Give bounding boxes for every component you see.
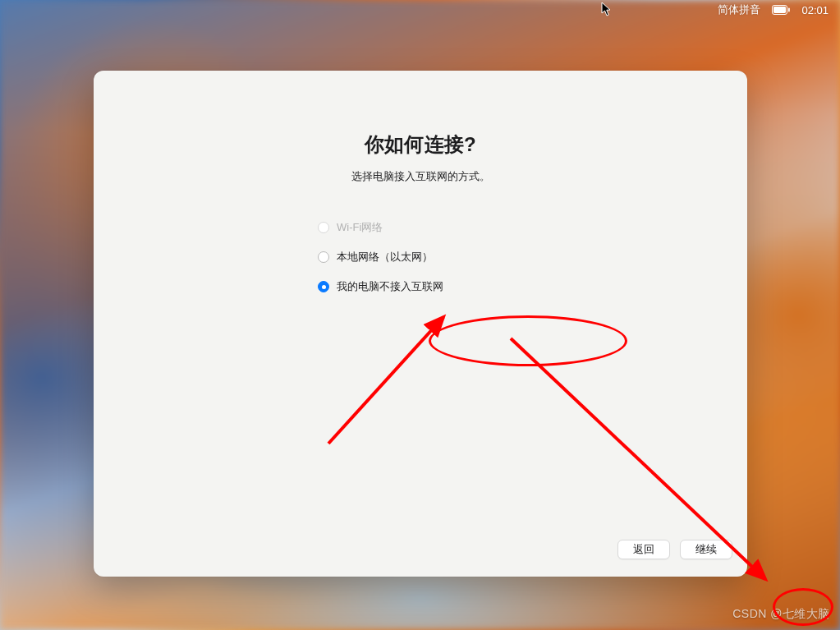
svg-rect-2 — [773, 7, 786, 13]
page-title: 你如何连接? — [365, 131, 476, 158]
watermark: CSDN @七维大脑 — [732, 607, 830, 622]
dialog-footer: 返回 继续 — [94, 522, 747, 577]
clock: 02:01 — [801, 4, 829, 16]
cursor-icon — [601, 2, 613, 16]
dialog-content: 你如何连接? 选择电脑接入互联网的方式。 Wi-Fi网络 本地网络（以太网） 我… — [94, 71, 747, 522]
ime-indicator[interactable]: 简体拼音 — [718, 2, 760, 17]
radio-icon — [318, 222, 329, 233]
back-button[interactable]: 返回 — [617, 540, 670, 559]
radio-icon[interactable] — [318, 281, 329, 292]
option-wifi: Wi-Fi网络 — [318, 220, 523, 235]
battery-icon[interactable] — [772, 5, 790, 15]
option-label: Wi-Fi网络 — [337, 220, 383, 235]
option-label: 我的电脑不接入互联网 — [337, 279, 443, 294]
option-ethernet[interactable]: 本地网络（以太网） — [318, 250, 523, 264]
svg-rect-1 — [788, 8, 790, 12]
option-label: 本地网络（以太网） — [337, 250, 433, 264]
setup-dialog: 你如何连接? 选择电脑接入互联网的方式。 Wi-Fi网络 本地网络（以太网） 我… — [94, 71, 747, 577]
page-subtitle: 选择电脑接入互联网的方式。 — [351, 169, 490, 184]
connection-options: Wi-Fi网络 本地网络（以太网） 我的电脑不接入互联网 — [318, 220, 523, 294]
continue-button[interactable]: 继续 — [680, 540, 732, 559]
option-no-internet[interactable]: 我的电脑不接入互联网 — [318, 279, 523, 294]
radio-icon[interactable] — [318, 251, 329, 263]
menu-bar: 简体拼音 02:01 — [706, 0, 840, 20]
